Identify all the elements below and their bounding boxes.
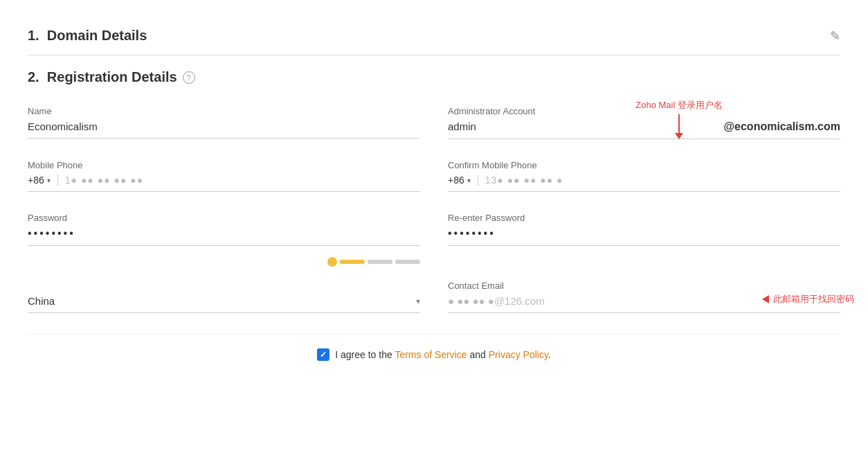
section2-num: 2. <box>28 69 39 85</box>
mobile-code-text: +86 <box>28 175 44 186</box>
section2-text: Registration Details <box>47 69 177 85</box>
name-label: Name <box>28 106 420 116</box>
country-select[interactable]: China ▾ <box>28 295 420 313</box>
strength-dot <box>327 257 337 267</box>
admin-account-group: Administrator Account @economicalism.com <box>448 106 840 139</box>
section1-num: 1. <box>28 28 39 43</box>
country-chevron-icon: ▾ <box>416 296 420 306</box>
password-group: Password •••••••• <box>28 213 420 246</box>
section1-text: Domain Details <box>47 28 147 43</box>
admin-domain: @economicalism.com <box>723 121 840 133</box>
confirm-mobile-group: Confirm Mobile Phone +86 ▾ 13● ●● ●● ●● … <box>448 160 840 192</box>
section-domain-details: 1. Domain Details ✎ <box>28 14 840 55</box>
password-dots: •••••••• <box>28 227 420 246</box>
terms-text-middle: and <box>467 349 489 360</box>
mobile-code[interactable]: +86 ▾ <box>28 175 51 186</box>
mobile-code-chevron[interactable]: ▾ <box>47 177 51 184</box>
phone-divider <box>57 175 58 186</box>
password-row: Password •••••••• Re-enter Password ••••… <box>28 213 840 246</box>
terms-checkbox[interactable]: ✓ <box>317 348 329 361</box>
reenter-password-group: Re-enter Password •••••••• <box>448 213 840 246</box>
strength-bar <box>28 253 420 267</box>
email-annotation: 此邮箱用于找回密码 <box>762 293 854 305</box>
mobile-row: Mobile Phone +86 ▾ 1● ●● ●● ●● ●● Confir… <box>28 160 840 192</box>
email-annotation-text: 此邮箱用于找回密码 <box>773 293 854 305</box>
help-icon[interactable]: ? <box>183 71 195 84</box>
strength-seg-1 <box>340 260 365 264</box>
confirm-code-chevron[interactable]: ▾ <box>467 177 471 184</box>
registration-details-title: 2. Registration Details <box>28 69 177 85</box>
reenter-label: Re-enter Password <box>448 213 840 223</box>
checkmark-icon: ✓ <box>320 350 327 359</box>
domain-details-title: 1. Domain Details <box>28 28 147 44</box>
confirm-mobile-label: Confirm Mobile Phone <box>448 160 840 170</box>
name-admin-row: Name Economicalism Administrator Account… <box>28 106 840 139</box>
country-email-row: China ▾ Contact Email ● ●● ●● ●@126.com … <box>28 281 840 313</box>
terms-of-service-link[interactable]: Terms of Service <box>395 349 467 360</box>
mobile-label: Mobile Phone <box>28 160 420 170</box>
contact-email-value: ● ●● ●● ●@126.com <box>448 295 545 307</box>
name-field-group: Name Economicalism <box>28 106 420 139</box>
contact-email-label: Contact Email <box>448 281 840 291</box>
name-value: Economicalism <box>28 121 420 139</box>
reenter-dots: •••••••• <box>448 227 840 246</box>
terms-text-after: . <box>548 349 551 360</box>
password-label: Password <box>28 213 420 223</box>
mobile-phone-group: Mobile Phone +86 ▾ 1● ●● ●● ●● ●● <box>28 160 420 192</box>
confirm-phone-divider <box>478 175 478 186</box>
contact-email-wrapper: Contact Email ● ●● ●● ●@126.com 此邮箱用于找回密… <box>448 281 840 313</box>
strength-seg-2 <box>368 260 392 264</box>
confirm-code-text: +86 <box>448 175 464 186</box>
arrow-left-icon <box>762 295 769 303</box>
country-group: China ▾ <box>28 295 420 313</box>
strength-row <box>28 253 840 267</box>
terms-row: ✓ I agree to the Terms of Service and Pr… <box>28 334 840 375</box>
confirm-mobile-number: 13● ●● ●● ●● ● <box>485 175 840 186</box>
country-value: China <box>28 295 55 307</box>
admin-input-row: @economicalism.com <box>448 121 840 139</box>
strength-seg-3 <box>395 260 420 264</box>
terms-text: I agree to the Terms of Service and Priv… <box>335 349 551 360</box>
mobile-number: 1● ●● ●● ●● ●● <box>65 175 420 186</box>
admin-label: Administrator Account <box>448 106 840 116</box>
edit-icon[interactable]: ✎ <box>830 28 840 44</box>
section2-header: 2. Registration Details ? <box>28 69 840 85</box>
section-registration-details: 2. Registration Details ? Zoho Mail 登录用户… <box>28 55 840 375</box>
terms-text-before: I agree to the <box>335 349 395 360</box>
privacy-policy-link[interactable]: Privacy Policy <box>489 349 548 360</box>
admin-input[interactable] <box>448 121 723 132</box>
confirm-mobile-code[interactable]: +86 ▾ <box>448 175 471 186</box>
confirm-mobile-input-row: +86 ▾ 13● ●● ●● ●● ● <box>448 175 840 192</box>
mobile-input-row: +86 ▾ 1● ●● ●● ●● ●● <box>28 175 420 192</box>
